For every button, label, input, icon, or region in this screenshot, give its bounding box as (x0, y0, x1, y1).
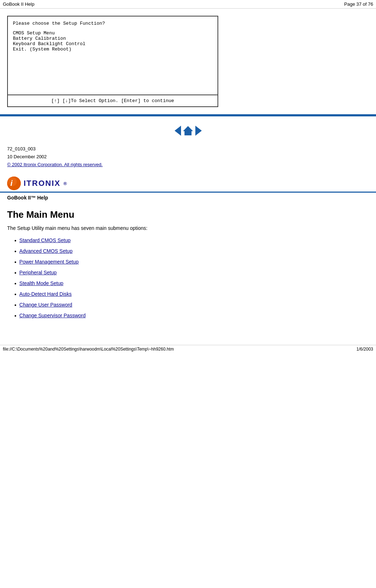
top-bar: GoBook II Help Page 37 of 76 (0, 0, 376, 9)
list-item: Peripheral Setup (14, 270, 369, 275)
link-power-management[interactable]: Power Management Setup (19, 259, 79, 265)
doc-date: 10 December 2002 (7, 153, 369, 161)
terminal-footer: [↑] [↓]To Select Option. [Enter] to cont… (8, 95, 218, 106)
terminal-main: Please choose the Setup Function? CMOS S… (8, 16, 218, 95)
terminal-line1: Please choose the Setup Function? (13, 21, 213, 26)
gobook-header-label: GoBook II™ Help (7, 195, 48, 201)
list-item: Auto-Detect Hard Disks (14, 291, 369, 297)
status-path: file://C:\Documents%20and%20Settings\har… (3, 347, 174, 352)
status-bar: file://C:\Documents%20and%20Settings\har… (0, 345, 376, 353)
list-item: Stealth Mode Setup (14, 280, 369, 286)
page-heading: The Main Menu (7, 209, 369, 220)
menu-list: Standard CMOS Setup Advanced CMOS Setup … (7, 237, 369, 318)
list-item: Standard CMOS Setup (14, 237, 369, 243)
logo-section: i ITRONIX ® (0, 174, 376, 192)
list-item: Change Supervisor Password (14, 313, 369, 318)
itronix-logo-text: ITRONIX (24, 179, 60, 188)
doc-number: 72_0103_003 (7, 145, 369, 153)
list-item: Advanced CMOS Setup (14, 248, 369, 254)
link-supervisor-password[interactable]: Change Supervisor Password (19, 313, 86, 318)
list-item: Power Management Setup (14, 259, 369, 265)
main-content: The Main Menu The Setup Utility main men… (0, 209, 376, 334)
link-auto-detect[interactable]: Auto-Detect Hard Disks (19, 291, 72, 297)
footer-info: 72_0103_003 10 December 2002 © 2002 Itro… (0, 141, 376, 174)
gobook-header-band: GoBook II™ Help (0, 192, 376, 203)
logo-registered: ® (63, 181, 67, 186)
link-user-password[interactable]: Change User Password (19, 302, 72, 308)
copyright-text[interactable]: © 2002 Itronix Corporation. All rights r… (7, 161, 369, 169)
blue-divider (0, 114, 376, 116)
terminal-section: Please choose the Setup Function? CMOS S… (0, 9, 376, 111)
link-peripheral-setup[interactable]: Peripheral Setup (19, 270, 57, 275)
terminal-box: Please choose the Setup Function? CMOS S… (7, 16, 218, 107)
terminal-line5: Keyboard Backlight Control (13, 41, 213, 47)
nav-right-arrow[interactable] (195, 126, 202, 136)
svg-text:i: i (10, 179, 13, 188)
link-advanced-cmos[interactable]: Advanced CMOS Setup (19, 248, 73, 254)
link-stealth-mode[interactable]: Stealth Mode Setup (19, 280, 63, 286)
terminal-line6: Exit. (System Reboot) (13, 47, 213, 52)
nav-home-button[interactable] (183, 126, 193, 135)
copyright-link[interactable]: © 2002 Itronix Corporation. All rights r… (7, 162, 103, 167)
app-title: GoBook II Help (3, 1, 34, 7)
link-standard-cmos[interactable]: Standard CMOS Setup (19, 237, 70, 243)
terminal-line3: CMOS Setup Menu (13, 30, 213, 36)
nav-left-arrow[interactable] (175, 126, 181, 136)
page-indicator: Page 37 of 76 (344, 1, 373, 7)
intro-text: The Setup Utility main menu has seven ma… (7, 225, 369, 231)
list-item: Change User Password (14, 302, 369, 308)
status-date: 1/6/2003 (356, 347, 373, 352)
nav-arrows (0, 120, 376, 141)
terminal-line4: Battery Calibration (13, 36, 213, 41)
itronix-logo-icon: i (7, 177, 21, 190)
